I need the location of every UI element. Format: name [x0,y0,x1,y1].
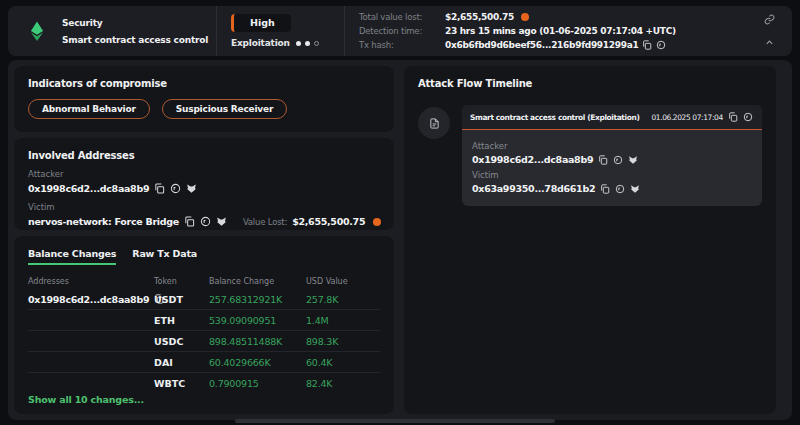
show-all-changes-link[interactable]: Show all 10 changes... [28,394,380,405]
table-header-row: Addresses Token Balance Change USD Value [28,273,380,289]
contract-event-badge [418,107,450,139]
stat-detection-time: Detection time: 23 hrs 15 mins ago (01-0… [359,26,746,36]
balance-changes-table: Addresses Token Balance Change USD Value… [28,273,380,394]
indicators-title: Indicators of compromise [28,78,380,89]
timeline-event-header: Smart contract access control (Exploitat… [462,105,762,130]
victim-name[interactable]: nervos-network: Force Bridge [28,216,179,227]
table-row: 0x1998c6d2...dc8aa8b9 USDT 257.68312921K… [28,289,380,310]
attacker-address[interactable]: 0x1998c6d2...dc8aa8b9 [28,183,149,194]
token-symbol: DAI [154,357,209,368]
copy-icon[interactable] [728,112,738,122]
table-row: DAI 60.4029666K 60.4K [28,352,380,373]
metamask-icon[interactable] [216,216,227,227]
indicator-chip-abnormal-behavior[interactable]: Abnormal Behavior [28,99,150,119]
table-row: ETH 539.09090951 1.4M [28,310,380,331]
attacker-address-row: 0x1998c6d2...dc8aa8b9 [472,154,752,165]
victim-label: Victim [472,170,752,180]
phase-label: Exploitation [231,38,290,48]
usd-value: 82.4K [306,378,380,389]
col-addresses: Addresses [28,277,154,286]
indicators-panel: Indicators of compromise Abnormal Behavi… [14,66,394,132]
token-symbol: WBTC [154,378,209,389]
indicator-chip-suspicious-receiver[interactable]: Suspicious Receiver [162,99,287,119]
attacker-address[interactable]: 0x1998c6d2...dc8aa8b9 [472,154,593,165]
incident-header: Security Smart contract access control H… [8,6,792,56]
token-symbol: ETH [154,315,209,326]
etherscan-icon[interactable] [656,40,666,50]
tab-balance-changes[interactable]: Balance Changes [28,248,116,265]
stat-total-value-lost: Total value lost: $2,655,500.75 [359,12,746,22]
copy-icon[interactable] [598,155,608,165]
incident-stats: Total value lost: $2,655,500.75 Detectio… [344,6,746,56]
event-title: Smart contract access control (Exploitat… [470,113,639,122]
etherscan-icon[interactable] [613,155,623,165]
metamask-icon[interactable] [628,155,638,165]
value-lost-indicator-icon [373,218,381,226]
phase-dot-filled [296,41,301,46]
token-symbol: USDT [154,294,209,305]
col-balance-change: Balance Change [209,277,306,286]
phase-progress-dots [296,41,319,46]
contract-document-icon [429,118,440,129]
stat-label: Tx hash: [359,40,441,50]
detection-time: 23 hrs 15 mins ago (01-06-2025 07:17:04 … [445,26,676,36]
incident-identity: Security Smart contract access control [8,6,216,56]
etherscan-icon[interactable] [615,184,625,194]
col-token: Token [154,277,209,286]
timeline-event-card[interactable]: Smart contract access control (Exploitat… [462,105,762,206]
ethereum-icon [24,18,50,44]
balance-tabs: Balance Changes Raw Tx Data [28,248,380,265]
balance-change-value: 539.09090951 [209,315,306,326]
victim-address[interactable]: 0x63a99350...78d661b2 [472,183,595,194]
stat-label: Total value lost: [359,12,441,22]
event-datetime: 01.06.2025 07:17:04 [651,113,722,122]
collapse-chevron-up-icon[interactable] [764,37,775,48]
timeline-event: Smart contract access control (Exploitat… [418,105,762,206]
involved-addresses-panel: Involved Addresses Attacker 0x1998c6d2..… [14,138,394,230]
table-row: WBTC 0.7900915 82.4K [28,373,380,394]
attacker-address-row: 0x1998c6d2...dc8aa8b9 [28,183,380,194]
phase-dot-filled [305,41,310,46]
severity-badge: High [231,14,291,32]
timeline-title: Attack Flow Timeline [418,78,762,89]
victim-address-row: 0x63a99350...78d661b2 [472,183,752,194]
attacker-label: Attacker [28,169,380,179]
horizontal-scrollbar-thumb[interactable] [235,419,555,423]
balance-changes-panel: Balance Changes Raw Tx Data Addresses To… [14,236,394,414]
header-actions [746,6,792,56]
usd-value: 257.8K [306,294,380,305]
balance-change-value: 898.48511488K [209,336,306,347]
copy-icon[interactable] [184,216,195,227]
usd-value: 60.4K [306,357,380,368]
copy-icon[interactable] [154,183,165,194]
balance-change-value: 257.68312921K [209,294,306,305]
value-lost-amount: $2,655,500.75 [292,216,365,227]
phase-dot-empty [314,41,319,46]
victim-label: Victim [28,202,380,212]
usd-value: 898.3K [306,336,380,347]
balance-address[interactable]: 0x1998c6d2...dc8aa8b9 [28,294,149,305]
incident-name: Smart contract access control [62,35,208,45]
balance-change-value: 0.7900915 [209,378,306,389]
etherscan-icon[interactable] [743,112,753,122]
col-usd-value: USD Value [306,277,380,286]
involved-title: Involved Addresses [28,150,380,161]
value-lost-label: Value Lost: [243,217,287,227]
etherscan-icon[interactable] [200,216,211,227]
severity-section: High Exploitation [216,6,344,56]
total-value-lost: $2,655,500.75 [445,12,514,22]
value-lost-indicator-icon [521,13,529,21]
metamask-icon[interactable] [630,184,640,194]
incident-category: Security [62,18,208,28]
copy-icon[interactable] [642,40,652,50]
copy-icon[interactable] [600,184,610,194]
balance-change-value: 60.4029666K [209,357,306,368]
metamask-icon[interactable] [186,183,197,194]
victim-address-row: nervos-network: Force Bridge Value Lost:… [28,216,380,227]
etherscan-icon[interactable] [170,183,181,194]
tab-raw-tx-data[interactable]: Raw Tx Data [132,248,197,265]
share-link-icon[interactable] [764,14,775,25]
usd-value: 1.4M [306,315,380,326]
token-symbol: USDC [154,336,209,347]
stat-label: Detection time: [359,26,441,36]
